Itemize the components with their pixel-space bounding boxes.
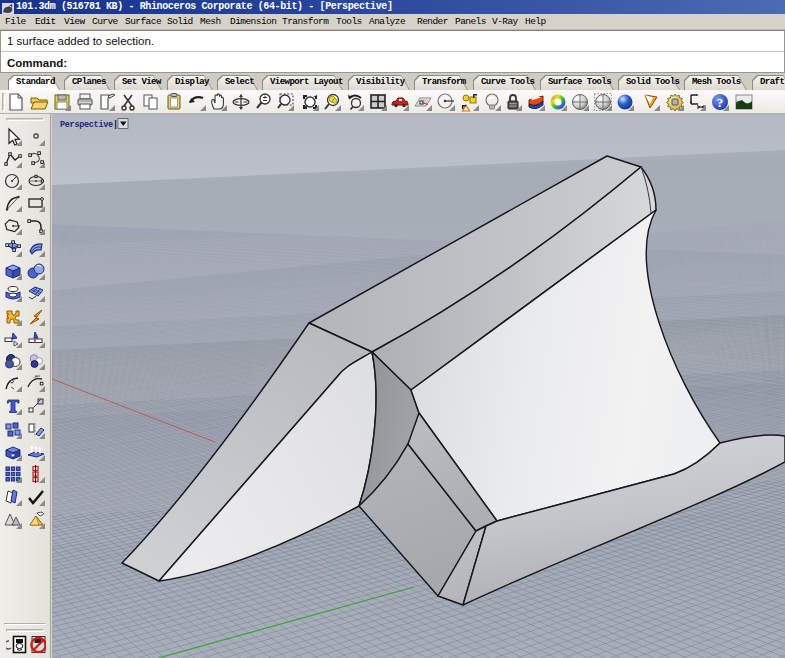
- svg-text:|: |: [113, 120, 118, 130]
- svg-text:Perspective: Perspective: [60, 120, 113, 130]
- svg-text:-o: -o: [33, 374, 38, 380]
- svg-text:?: ?: [717, 95, 724, 110]
